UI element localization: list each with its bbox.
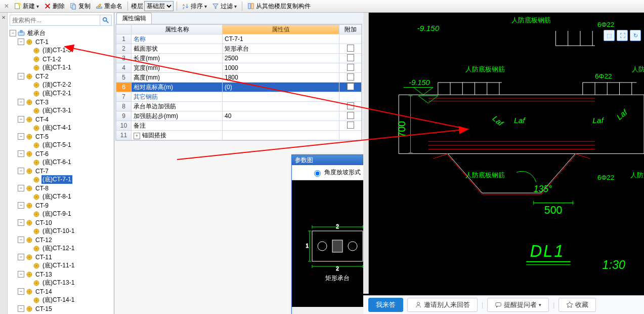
grid-row[interactable]: 4宽度(mm)1000	[116, 63, 362, 73]
tree-item[interactable]: (底)CT-2-1	[8, 89, 114, 98]
new-button[interactable]: 新建▾	[12, 2, 41, 11]
viewport-tools: ⬚ ⛶ ↻	[604, 30, 641, 41]
copyfrom-button[interactable]: 从其他楼层复制构件	[245, 2, 313, 11]
tree-item[interactable]: (底)CT-4-1	[8, 124, 114, 132]
tree-group[interactable]: −CT-4	[8, 115, 114, 124]
cad-rebar-label-bR: 人防底板钢筋	[630, 172, 644, 179]
checkbox[interactable]	[347, 64, 354, 71]
sort-icon: AZ	[182, 3, 189, 10]
tab-property-edit[interactable]: 属性编辑	[116, 13, 152, 24]
tree-group[interactable]: −CT-9	[8, 201, 114, 210]
cad-laf-1: Laf	[491, 114, 505, 128]
cad-bar-L: 6Φ22	[595, 72, 612, 80]
tree-group[interactable]: −CT-15	[8, 304, 114, 313]
svg-rect-5	[72, 5, 75, 9]
tree-item[interactable]: (底)CT-10-1	[8, 227, 114, 236]
remind-button[interactable]: 提醒提问者▾	[487, 298, 549, 312]
tree-group[interactable]: −CT-5	[8, 132, 114, 141]
checkbox[interactable]	[347, 54, 354, 61]
fullscreen-icon[interactable]: ⛶	[617, 30, 628, 41]
tree-group[interactable]: −CT-3	[8, 98, 114, 106]
tree-item[interactable]: (顶)CT-1-3	[8, 46, 114, 55]
tree-group[interactable]: −CT-12	[8, 236, 114, 244]
tree-item[interactable]: (底)CT-7-1	[8, 175, 114, 184]
property-panel: 属性编辑 属性名称 属性值 附加 1名称CT-7-12截面形状矩形承台3长度(m…	[114, 13, 363, 314]
tree-item[interactable]: (底)CT-5-1	[8, 141, 114, 149]
tree-group[interactable]: −CT-13	[8, 270, 114, 279]
tree-item[interactable]: (底)CT-8-1	[8, 192, 114, 201]
delete-icon	[44, 3, 51, 10]
grid-row[interactable]: 6相对底标高(m)(0)	[116, 83, 362, 92]
tree-item[interactable]: (底)CT-9-1	[8, 210, 114, 218]
tree-group[interactable]: −CT-6	[8, 149, 114, 158]
checkbox[interactable]	[347, 102, 354, 109]
layer-select[interactable]: 基础层	[144, 1, 174, 11]
grid-row[interactable]: 9加强筋起步(mm)40	[116, 111, 362, 121]
property-grid[interactable]: 属性名称 属性值 附加 1名称CT-7-12截面形状矩形承台3长度(mm)250…	[115, 24, 362, 141]
tree-item[interactable]: (底)CT-12-1	[8, 244, 114, 253]
cad-bar-bL: 6Φ22	[597, 174, 614, 181]
tree-item[interactable]: (底)CT-13-1	[8, 279, 114, 287]
marker-icon[interactable]: ⬚	[604, 30, 615, 41]
rename-button[interactable]: 重命名	[94, 2, 124, 11]
svg-rect-10	[251, 4, 253, 9]
tree-item[interactable]: (底)CT-6-1	[8, 158, 114, 167]
person-icon	[415, 301, 422, 308]
svg-text:1: 1	[306, 243, 309, 249]
rotate-icon[interactable]: ↻	[630, 30, 641, 41]
tree-item[interactable]: (底)CT-1-1	[8, 63, 114, 72]
copy-button[interactable]: 复制	[68, 2, 93, 11]
tree-item[interactable]: (顶)CT-2-2	[8, 81, 114, 89]
close-icon[interactable]: ✕	[2, 3, 11, 10]
delete-button[interactable]: 删除	[42, 2, 67, 11]
grid-row[interactable]: 7其它钢筋	[116, 92, 362, 102]
grid-row[interactable]: 1名称CT-7-1	[116, 34, 362, 44]
svg-point-50	[318, 242, 327, 251]
grid-row[interactable]: 8承台单边加强筋	[116, 102, 362, 111]
grid-header-row	[116, 25, 132, 34]
checkbox[interactable]	[347, 83, 354, 90]
svg-rect-14	[20, 30, 22, 32]
cad-rebar-label-bL: 人防底板钢筋	[465, 172, 505, 179]
parameter-diagram: 2 1 2 1 矩形承台	[292, 180, 363, 307]
tree-group[interactable]: −CT-7	[8, 167, 114, 175]
checkbox[interactable]	[347, 122, 354, 129]
invite-button[interactable]: 邀请别人来回答	[407, 298, 478, 312]
tree-group[interactable]: −CT-11	[8, 253, 114, 261]
panel-collapse-button[interactable]: ✕	[0, 13, 8, 314]
tree-item[interactable]: CT-1-2	[8, 55, 114, 63]
component-tree[interactable]: −桩承台−CT-1(顶)CT-1-3CT-1-2(底)CT-1-1−CT-2(顶…	[8, 28, 114, 314]
checkbox[interactable]	[347, 112, 354, 119]
cad-elev-1: -9.150	[417, 24, 439, 32]
tree-item[interactable]: (底)CT-14-1	[8, 296, 114, 304]
cad-scrollbar[interactable]	[363, 13, 369, 294]
svg-text:Z: Z	[183, 6, 185, 10]
cad-view[interactable]: -9.150 人防底板钢筋 6Φ22 -9.150 人防底板钢筋 6Φ22 人防…	[363, 13, 644, 314]
search-input[interactable]	[10, 15, 100, 25]
copyfrom-icon	[247, 3, 254, 10]
checkbox[interactable]	[347, 73, 354, 81]
tree-group[interactable]: −CT-14	[8, 287, 114, 296]
grid-row[interactable]: 11+锚固搭接	[116, 131, 362, 140]
grid-row[interactable]: 3长度(mm)2500	[116, 54, 362, 63]
option-angle-slope[interactable]: 角度放坡形式	[312, 168, 361, 177]
answer-button[interactable]: 我来答	[368, 298, 403, 312]
tree-group[interactable]: −CT-2	[8, 72, 114, 81]
cad-dim-500: 500	[544, 204, 563, 216]
tree-root[interactable]: −桩承台	[8, 29, 114, 37]
parameter-diagram-window[interactable]: 参数图 角度放坡形式 底宽放坡形式 2 1 2 1	[291, 154, 363, 314]
grid-row[interactable]: 5高度(mm)1800	[116, 73, 362, 83]
grid-row[interactable]: 10备注	[116, 121, 362, 131]
tree-item[interactable]: (底)CT-3-1	[8, 106, 114, 115]
parameter-titlebar[interactable]: 参数图	[292, 155, 363, 165]
tree-item[interactable]: (底)CT-11-1	[8, 261, 114, 270]
filter-button[interactable]: 过滤▾	[210, 2, 239, 11]
tree-group[interactable]: −CT-8	[8, 184, 114, 192]
grid-row[interactable]: 2截面形状矩形承台	[116, 44, 362, 54]
checkbox[interactable]	[347, 45, 354, 52]
tree-group[interactable]: −CT-1	[8, 37, 114, 46]
search-button[interactable]	[100, 15, 111, 25]
sort-button[interactable]: AZ 排序▾	[180, 2, 209, 11]
tree-group[interactable]: −CT-10	[8, 218, 114, 227]
favorite-button[interactable]: 收藏	[559, 298, 596, 312]
